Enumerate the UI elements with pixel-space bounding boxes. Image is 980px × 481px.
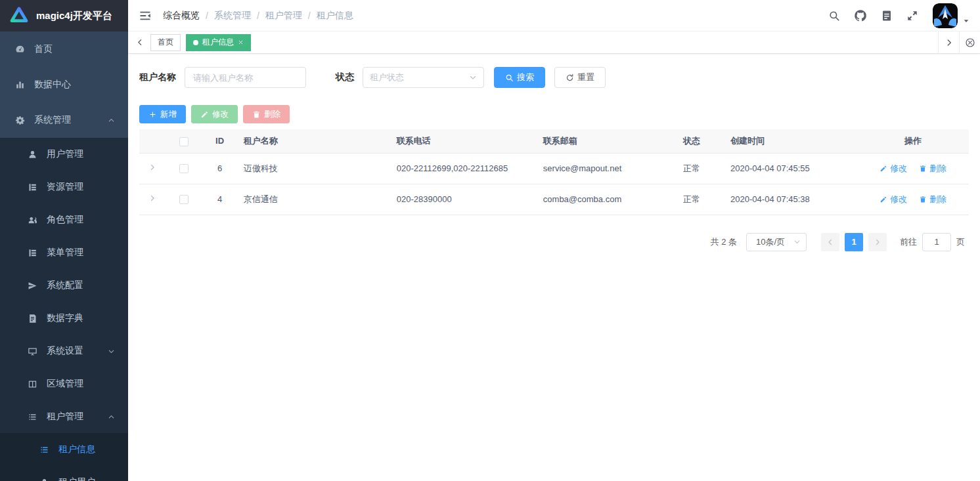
- cell-created-time: 2020-04-04 07:45:38: [715, 184, 857, 215]
- sidebar-item-user-management[interactable]: 用户管理: [0, 138, 128, 171]
- breadcrumb-item[interactable]: 综合概览: [163, 10, 200, 22]
- document-icon[interactable]: [881, 10, 893, 22]
- expand-row-icon[interactable]: [148, 194, 156, 202]
- sidebar-item-data-dictionary[interactable]: 数据字典: [0, 302, 128, 335]
- send-icon: [28, 281, 37, 291]
- next-page-button[interactable]: [868, 233, 887, 251]
- row-delete-link-label: 删除: [929, 194, 947, 205]
- chevron-up-icon: [108, 413, 115, 421]
- column-header-created: 创建时间: [715, 129, 857, 153]
- row-delete-link[interactable]: 删除: [919, 163, 947, 175]
- content-area: 租户名称 状态 租户状态 搜索 重置: [128, 54, 980, 481]
- chevron-left-icon: [826, 238, 834, 246]
- cell-status: 正常: [669, 184, 715, 215]
- expand-row-icon[interactable]: [148, 163, 156, 171]
- sidebar-item-label: 资源管理: [47, 181, 83, 193]
- sidebar-item-label: 系统管理: [34, 114, 71, 126]
- page-number-button[interactable]: 1: [845, 233, 863, 251]
- table-header-row: ID 租户名称 联系电话 联系邮箱 状态 创建时间 操作: [139, 129, 969, 153]
- sidebar-menu: 首页数据中心系统管理用户管理资源管理角色管理菜单管理系统配置数据字典系统设置区域…: [0, 31, 128, 481]
- pencil-icon: [880, 196, 887, 203]
- close-icon[interactable]: [238, 39, 244, 45]
- sidebar-item-system-management[interactable]: 系统管理: [0, 102, 128, 138]
- breadcrumb-item[interactable]: 租户管理: [265, 10, 302, 22]
- cell-phone: 020-28390000: [390, 184, 537, 215]
- sidebar-item-system-settings[interactable]: 系统设置: [0, 335, 128, 367]
- search-icon[interactable]: [828, 10, 840, 22]
- row-edit-link[interactable]: 修改: [880, 194, 907, 205]
- app-logo-icon: [8, 5, 30, 27]
- refresh-icon: [566, 73, 574, 82]
- sidebar-item-region-management[interactable]: 区域管理: [0, 367, 128, 400]
- search-button[interactable]: 搜索: [494, 67, 545, 88]
- page-size-select[interactable]: 10条/页: [746, 233, 807, 251]
- goto-page-input[interactable]: [922, 233, 951, 251]
- delete-button[interactable]: 删除: [243, 105, 290, 123]
- pagination: 共 2 条 10条/页 1 前往 页: [139, 233, 969, 251]
- pagination-total: 共 2 条: [711, 236, 737, 248]
- dictionary-icon: [28, 314, 37, 324]
- tabs-scroll-left-icon[interactable]: [132, 38, 148, 47]
- sidebar-item-label: 区域管理: [47, 378, 83, 390]
- cell-tenant-name: 京信通信: [237, 184, 390, 215]
- prev-page-button[interactable]: [821, 233, 839, 251]
- breadcrumb-item[interactable]: 系统管理: [214, 10, 251, 22]
- row-checkbox[interactable]: [179, 195, 189, 204]
- sidebar-item-role-management[interactable]: 角色管理: [0, 203, 128, 236]
- tree-icon: [28, 182, 37, 192]
- bar-chart-icon: [15, 80, 25, 90]
- sidebar-item-home[interactable]: 首页: [0, 31, 128, 67]
- sidebar-item-resource-management[interactable]: 资源管理: [0, 171, 128, 203]
- tab-label: 首页: [158, 37, 173, 48]
- sidebar-item-label: 系统设置: [47, 345, 83, 357]
- avatar[interactable]: [933, 3, 958, 28]
- chevron-up-icon: [108, 117, 115, 124]
- tabs-scroll-right-button[interactable]: [938, 31, 959, 53]
- sidebar-item-system-config[interactable]: 系统配置: [0, 269, 128, 302]
- pencil-icon: [880, 165, 887, 173]
- sidebar-item-data-center[interactable]: 数据中心: [0, 67, 128, 102]
- sidebar-item-tenant-management[interactable]: 租户管理: [0, 400, 128, 433]
- sidebar-item-tenant-users[interactable]: 租户用户: [0, 466, 128, 481]
- tab-bar: 首页租户信息: [128, 31, 980, 54]
- select-all-checkbox[interactable]: [179, 137, 189, 146]
- active-tab-dot: [193, 40, 198, 45]
- trash-icon: [919, 165, 927, 173]
- tenant-name-input[interactable]: [185, 67, 306, 88]
- main-area: 综合概览/系统管理/租户管理/租户信息 首页租户信息: [128, 0, 980, 481]
- sidebar-item-label: 数据字典: [47, 312, 83, 324]
- breadcrumb-item[interactable]: 租户信息: [317, 10, 353, 22]
- row-edit-link[interactable]: 修改: [880, 163, 907, 175]
- list-icon: [39, 445, 49, 455]
- sidebar-item-tenant-info[interactable]: 租户信息: [0, 433, 128, 466]
- cell-tenant-name: 迈傲科技: [237, 153, 390, 184]
- collapse-sidebar-icon[interactable]: [139, 9, 152, 22]
- table-row: 4京信通信020-28390000comba@comba.com正常2020-0…: [139, 184, 969, 215]
- column-header-name: 租户名称: [237, 129, 390, 153]
- add-button-label: 新增: [160, 109, 177, 120]
- sidebar-item-menu-management[interactable]: 菜单管理: [0, 236, 128, 269]
- tab-home[interactable]: 首页: [150, 34, 181, 51]
- trash-icon: [252, 110, 261, 119]
- user-icon: [39, 478, 49, 481]
- row-delete-link[interactable]: 删除: [919, 194, 947, 205]
- reset-button[interactable]: 重置: [554, 67, 606, 88]
- tab-tenant-info[interactable]: 租户信息: [186, 34, 251, 51]
- close-tabs-button[interactable]: [959, 31, 980, 53]
- github-icon[interactable]: [854, 9, 867, 22]
- trash-icon: [919, 196, 927, 203]
- logo-bar[interactable]: magic4j开发平台: [0, 0, 128, 31]
- status-select-value: 租户状态: [370, 72, 404, 83]
- chevron-down-icon: [108, 348, 115, 355]
- caret-down-icon[interactable]: [962, 17, 970, 25]
- sidebar-item-label: 租户信息: [58, 444, 95, 455]
- reset-button-label: 重置: [577, 72, 594, 83]
- add-button[interactable]: 新增: [139, 105, 186, 123]
- fullscreen-icon[interactable]: [906, 10, 918, 22]
- tenant-table: ID 租户名称 联系电话 联系邮箱 状态 创建时间 操作 6迈傲科技020-22…: [139, 129, 969, 215]
- row-checkbox[interactable]: [179, 164, 189, 173]
- status-select[interactable]: 租户状态: [363, 67, 484, 88]
- sidebar-item-label: 租户管理: [47, 411, 83, 423]
- edit-button[interactable]: 修改: [191, 105, 238, 123]
- users-icon: [28, 215, 37, 225]
